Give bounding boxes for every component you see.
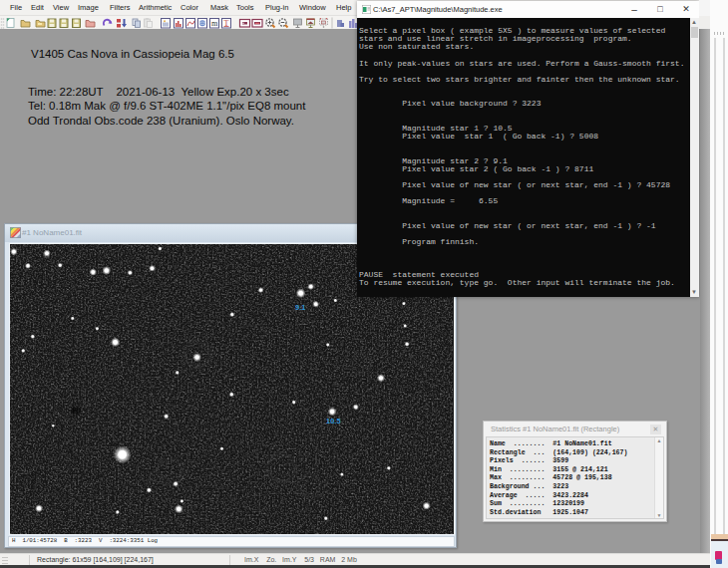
svg-text:m: m bbox=[211, 19, 218, 28]
svg-text:9.1: 9.1 bbox=[295, 302, 305, 311]
svg-text:10.5: 10.5 bbox=[326, 416, 341, 425]
